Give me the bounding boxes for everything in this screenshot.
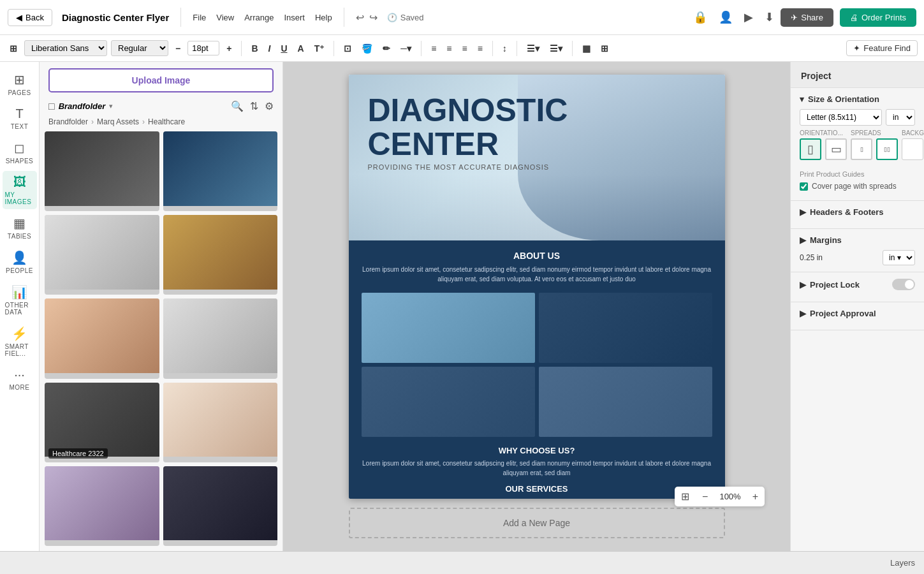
font-size-increase[interactable]: + (223, 41, 235, 55)
underline-button[interactable]: U (277, 41, 290, 55)
print-guides-link[interactable]: Print Product Guides (800, 170, 915, 178)
image-grid: Healthcare 2322 (40, 131, 282, 551)
sidebar-item-more[interactable]: ··· MORE (3, 364, 37, 395)
canvas-area[interactable]: DIAGNOSTIC CENTER PROVIDING THE MOST ACC… (283, 62, 790, 551)
units-select[interactable]: in (886, 109, 915, 126)
sidebar-item-pages[interactable]: ⊞ PAGES (3, 68, 37, 100)
orientation-options: ▯ ▭ (800, 138, 847, 160)
menu-help[interactable]: Help (315, 13, 332, 22)
image-thumb-9[interactable] (45, 466, 159, 546)
zoom-out-button[interactable]: − (696, 487, 714, 506)
lock-icon[interactable]: 🔒 (693, 10, 707, 24)
image-thumb-1[interactable] (45, 131, 159, 211)
undo-button[interactable]: ↩ (356, 11, 364, 24)
order-prints-button[interactable]: 🖨 Order Prints (840, 8, 916, 27)
margins-unit-select[interactable]: in ▾ (883, 250, 915, 265)
grid-icon[interactable]: ⊞ (598, 41, 612, 55)
bold-button[interactable]: B (248, 41, 261, 55)
upload-image-button[interactable]: Upload Image (48, 68, 274, 92)
image-thumb-3[interactable] (45, 215, 159, 295)
portrait-button[interactable]: ▯ (800, 138, 821, 160)
line-spacing-button[interactable]: ↕ (499, 41, 510, 55)
download-icon[interactable]: ⬇ (765, 10, 774, 24)
text-frame-button[interactable]: ⊡ (341, 41, 355, 55)
separator (517, 41, 517, 56)
add-page-button[interactable]: Add a New Page (349, 508, 725, 538)
feature-find-button[interactable]: ✦ Feature Find (846, 40, 918, 56)
breadcrumb-brandfolder[interactable]: Brandfolder (48, 117, 88, 126)
image-thumb-7[interactable]: Healthcare 2322 (45, 383, 159, 462)
people-icon[interactable]: 👤 (719, 10, 733, 24)
font-size-input[interactable] (187, 41, 219, 55)
back-button[interactable]: ◀ Back (8, 9, 52, 26)
people-sidebar-icon: 👤 (11, 250, 27, 265)
sort-icon[interactable]: ⇅ (250, 100, 258, 112)
headers-footers-header[interactable]: ▶ Headers & Footers (800, 207, 915, 217)
align-left-button[interactable]: ≡ (428, 41, 439, 55)
project-approval-expand-icon: ▶ (800, 309, 806, 318)
breadcrumb-marq-assets[interactable]: Marq Assets (97, 117, 139, 126)
font-selector[interactable]: Liberation Sans (24, 40, 107, 56)
font-case-button[interactable]: A (295, 41, 307, 55)
more-icon: ··· (14, 367, 25, 382)
line-style-button[interactable]: ─▾ (397, 41, 414, 55)
margins-value: 0.25 in (800, 253, 823, 262)
font-size-decrease[interactable]: − (172, 41, 184, 55)
list-bullet-button[interactable]: ☰▾ (524, 41, 543, 55)
sidebar-item-people[interactable]: 👤 PEOPLE (3, 246, 37, 278)
list-numbered-button[interactable]: ☰▾ (546, 41, 566, 55)
image-thumb-8[interactable] (163, 383, 278, 462)
image-thumb-5[interactable] (45, 298, 159, 378)
table-icon[interactable]: ▦ (579, 41, 594, 55)
single-spread-button[interactable]: ▯ (851, 138, 872, 160)
size-orientation-header[interactable]: ▾ Size & Orientation (800, 94, 915, 104)
menu-insert[interactable]: Insert (284, 13, 305, 22)
sidebar-item-other-data[interactable]: 📊 OTHER DATA (3, 281, 37, 320)
fill-color-button[interactable]: 🪣 (358, 41, 376, 55)
sidebar-item-text[interactable]: T TEXT (3, 103, 37, 134)
redo-button[interactable]: ↪ (369, 11, 378, 24)
project-lock-toggle[interactable] (892, 279, 915, 290)
font-style-selector[interactable]: Regular (111, 40, 168, 56)
sidebar-item-my-images[interactable]: 🖼 MY IMAGES (3, 171, 37, 209)
image-thumb-4[interactable] (163, 215, 278, 295)
align-right-button[interactable]: ≡ (458, 41, 470, 55)
flyer-services-title: OUR SERVICES (362, 484, 712, 494)
landscape-button[interactable]: ▭ (825, 138, 847, 160)
menu-file[interactable]: File (193, 13, 206, 22)
background-color-button[interactable] (902, 138, 923, 160)
play-icon[interactable]: ▶ (744, 10, 753, 24)
image-thumb-2[interactable] (163, 131, 278, 211)
sidebar-item-shapes[interactable]: ◻ SHAPES (3, 136, 37, 168)
menu-arrange[interactable]: Arrange (244, 13, 274, 22)
right-panel: Project ▾ Size & Orientation Letter (8.5… (790, 62, 924, 551)
align-center-button[interactable]: ≡ (443, 41, 455, 55)
left-icon-bar: ⊞ PAGES T TEXT ◻ SHAPES 🖼 MY IMAGES ▦ TA… (0, 62, 40, 551)
separator (421, 41, 422, 56)
search-icon[interactable]: 🔍 (231, 100, 244, 112)
page-size-select[interactable]: Letter (8.5x11) (800, 109, 882, 126)
style-selector-icon[interactable]: ⊞ (6, 41, 20, 55)
margins-header[interactable]: ▶ Margins (800, 235, 915, 245)
project-approval-header[interactable]: ▶ Project Approval (800, 309, 915, 318)
image-thumb-6[interactable] (163, 298, 278, 378)
justify-button[interactable]: ≡ (474, 41, 486, 55)
image-thumb-10[interactable] (163, 466, 278, 546)
stroke-button[interactable]: ✏ (379, 41, 393, 55)
background-group: BACKGROU... (902, 129, 924, 160)
zoom-fit-button[interactable]: ⊞ (675, 487, 696, 506)
share-button[interactable]: ✈ Share (781, 8, 833, 27)
back-label: Back (26, 13, 44, 22)
italic-button[interactable]: I (265, 41, 274, 55)
sidebar-item-tables[interactable]: ▦ TABlES (3, 212, 37, 244)
cover-spreads-checkbox[interactable] (800, 182, 808, 191)
project-lock-header: ▶ Project Lock (800, 279, 915, 290)
zoom-in-button[interactable]: + (746, 487, 765, 506)
double-spread-button[interactable]: ▯▯ (876, 138, 898, 160)
breadcrumb-healthcare[interactable]: Healthcare (148, 117, 185, 126)
settings-icon[interactable]: ⚙ (265, 100, 274, 112)
pages-label: PAGES (8, 89, 31, 96)
sidebar-item-smart-fields[interactable]: ⚡ SMART FIEL... (3, 322, 37, 361)
superscript-button[interactable]: T⁺ (311, 41, 328, 55)
menu-view[interactable]: View (216, 13, 234, 22)
